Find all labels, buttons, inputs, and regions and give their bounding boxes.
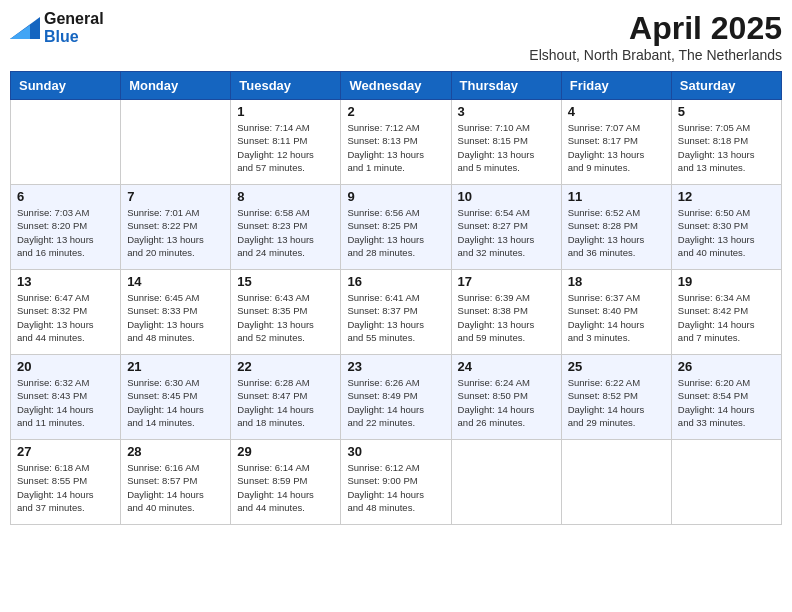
logo-icon bbox=[10, 17, 40, 39]
calendar-cell: 17Sunrise: 6:39 AM Sunset: 8:38 PM Dayli… bbox=[451, 270, 561, 355]
day-number: 3 bbox=[458, 104, 555, 119]
day-info: Sunrise: 7:05 AM Sunset: 8:18 PM Dayligh… bbox=[678, 121, 775, 174]
weekday-header: Saturday bbox=[671, 72, 781, 100]
calendar-cell: 21Sunrise: 6:30 AM Sunset: 8:45 PM Dayli… bbox=[121, 355, 231, 440]
day-number: 9 bbox=[347, 189, 444, 204]
day-info: Sunrise: 6:50 AM Sunset: 8:30 PM Dayligh… bbox=[678, 206, 775, 259]
day-number: 10 bbox=[458, 189, 555, 204]
calendar-cell bbox=[561, 440, 671, 525]
day-number: 15 bbox=[237, 274, 334, 289]
day-info: Sunrise: 6:32 AM Sunset: 8:43 PM Dayligh… bbox=[17, 376, 114, 429]
day-info: Sunrise: 7:03 AM Sunset: 8:20 PM Dayligh… bbox=[17, 206, 114, 259]
day-info: Sunrise: 6:39 AM Sunset: 8:38 PM Dayligh… bbox=[458, 291, 555, 344]
calendar-cell: 22Sunrise: 6:28 AM Sunset: 8:47 PM Dayli… bbox=[231, 355, 341, 440]
day-number: 6 bbox=[17, 189, 114, 204]
day-number: 7 bbox=[127, 189, 224, 204]
day-number: 14 bbox=[127, 274, 224, 289]
weekday-header: Friday bbox=[561, 72, 671, 100]
day-info: Sunrise: 6:54 AM Sunset: 8:27 PM Dayligh… bbox=[458, 206, 555, 259]
calendar-cell: 23Sunrise: 6:26 AM Sunset: 8:49 PM Dayli… bbox=[341, 355, 451, 440]
calendar-cell: 2Sunrise: 7:12 AM Sunset: 8:13 PM Daylig… bbox=[341, 100, 451, 185]
svg-marker-1 bbox=[10, 25, 30, 39]
day-number: 13 bbox=[17, 274, 114, 289]
calendar-cell: 16Sunrise: 6:41 AM Sunset: 8:37 PM Dayli… bbox=[341, 270, 451, 355]
calendar-cell: 15Sunrise: 6:43 AM Sunset: 8:35 PM Dayli… bbox=[231, 270, 341, 355]
day-info: Sunrise: 6:34 AM Sunset: 8:42 PM Dayligh… bbox=[678, 291, 775, 344]
location-subtitle: Elshout, North Brabant, The Netherlands bbox=[529, 47, 782, 63]
day-info: Sunrise: 7:10 AM Sunset: 8:15 PM Dayligh… bbox=[458, 121, 555, 174]
calendar-week-row: 6Sunrise: 7:03 AM Sunset: 8:20 PM Daylig… bbox=[11, 185, 782, 270]
calendar-cell: 27Sunrise: 6:18 AM Sunset: 8:55 PM Dayli… bbox=[11, 440, 121, 525]
month-title: April 2025 bbox=[529, 10, 782, 47]
day-number: 22 bbox=[237, 359, 334, 374]
header: General Blue April 2025 Elshout, North B… bbox=[10, 10, 782, 63]
day-number: 18 bbox=[568, 274, 665, 289]
day-info: Sunrise: 6:52 AM Sunset: 8:28 PM Dayligh… bbox=[568, 206, 665, 259]
day-info: Sunrise: 6:47 AM Sunset: 8:32 PM Dayligh… bbox=[17, 291, 114, 344]
calendar-cell: 20Sunrise: 6:32 AM Sunset: 8:43 PM Dayli… bbox=[11, 355, 121, 440]
calendar-cell: 14Sunrise: 6:45 AM Sunset: 8:33 PM Dayli… bbox=[121, 270, 231, 355]
calendar-cell: 3Sunrise: 7:10 AM Sunset: 8:15 PM Daylig… bbox=[451, 100, 561, 185]
calendar-cell bbox=[11, 100, 121, 185]
day-number: 27 bbox=[17, 444, 114, 459]
calendar-week-row: 13Sunrise: 6:47 AM Sunset: 8:32 PM Dayli… bbox=[11, 270, 782, 355]
day-info: Sunrise: 6:12 AM Sunset: 9:00 PM Dayligh… bbox=[347, 461, 444, 514]
day-number: 2 bbox=[347, 104, 444, 119]
day-info: Sunrise: 6:14 AM Sunset: 8:59 PM Dayligh… bbox=[237, 461, 334, 514]
calendar-cell: 1Sunrise: 7:14 AM Sunset: 8:11 PM Daylig… bbox=[231, 100, 341, 185]
calendar-cell: 8Sunrise: 6:58 AM Sunset: 8:23 PM Daylig… bbox=[231, 185, 341, 270]
day-info: Sunrise: 7:01 AM Sunset: 8:22 PM Dayligh… bbox=[127, 206, 224, 259]
calendar-cell: 26Sunrise: 6:20 AM Sunset: 8:54 PM Dayli… bbox=[671, 355, 781, 440]
day-number: 23 bbox=[347, 359, 444, 374]
day-info: Sunrise: 6:18 AM Sunset: 8:55 PM Dayligh… bbox=[17, 461, 114, 514]
day-number: 24 bbox=[458, 359, 555, 374]
day-info: Sunrise: 6:56 AM Sunset: 8:25 PM Dayligh… bbox=[347, 206, 444, 259]
calendar-week-row: 27Sunrise: 6:18 AM Sunset: 8:55 PM Dayli… bbox=[11, 440, 782, 525]
day-info: Sunrise: 6:45 AM Sunset: 8:33 PM Dayligh… bbox=[127, 291, 224, 344]
weekday-header-row: SundayMondayTuesdayWednesdayThursdayFrid… bbox=[11, 72, 782, 100]
calendar-cell: 18Sunrise: 6:37 AM Sunset: 8:40 PM Dayli… bbox=[561, 270, 671, 355]
day-info: Sunrise: 7:12 AM Sunset: 8:13 PM Dayligh… bbox=[347, 121, 444, 174]
day-info: Sunrise: 6:24 AM Sunset: 8:50 PM Dayligh… bbox=[458, 376, 555, 429]
logo-text: General Blue bbox=[44, 10, 104, 46]
day-number: 30 bbox=[347, 444, 444, 459]
calendar-cell: 24Sunrise: 6:24 AM Sunset: 8:50 PM Dayli… bbox=[451, 355, 561, 440]
calendar-week-row: 20Sunrise: 6:32 AM Sunset: 8:43 PM Dayli… bbox=[11, 355, 782, 440]
day-number: 25 bbox=[568, 359, 665, 374]
day-info: Sunrise: 6:16 AM Sunset: 8:57 PM Dayligh… bbox=[127, 461, 224, 514]
calendar-cell: 29Sunrise: 6:14 AM Sunset: 8:59 PM Dayli… bbox=[231, 440, 341, 525]
logo-general: General bbox=[44, 10, 104, 27]
day-info: Sunrise: 6:41 AM Sunset: 8:37 PM Dayligh… bbox=[347, 291, 444, 344]
day-number: 17 bbox=[458, 274, 555, 289]
day-number: 16 bbox=[347, 274, 444, 289]
logo-blue: Blue bbox=[44, 28, 79, 45]
day-number: 29 bbox=[237, 444, 334, 459]
calendar-cell: 7Sunrise: 7:01 AM Sunset: 8:22 PM Daylig… bbox=[121, 185, 231, 270]
day-info: Sunrise: 6:37 AM Sunset: 8:40 PM Dayligh… bbox=[568, 291, 665, 344]
calendar-cell: 28Sunrise: 6:16 AM Sunset: 8:57 PM Dayli… bbox=[121, 440, 231, 525]
calendar-week-row: 1Sunrise: 7:14 AM Sunset: 8:11 PM Daylig… bbox=[11, 100, 782, 185]
weekday-header: Wednesday bbox=[341, 72, 451, 100]
calendar-cell: 11Sunrise: 6:52 AM Sunset: 8:28 PM Dayli… bbox=[561, 185, 671, 270]
calendar-cell bbox=[121, 100, 231, 185]
day-number: 12 bbox=[678, 189, 775, 204]
calendar-cell: 4Sunrise: 7:07 AM Sunset: 8:17 PM Daylig… bbox=[561, 100, 671, 185]
calendar-cell: 9Sunrise: 6:56 AM Sunset: 8:25 PM Daylig… bbox=[341, 185, 451, 270]
day-number: 21 bbox=[127, 359, 224, 374]
calendar-cell: 19Sunrise: 6:34 AM Sunset: 8:42 PM Dayli… bbox=[671, 270, 781, 355]
day-info: Sunrise: 6:20 AM Sunset: 8:54 PM Dayligh… bbox=[678, 376, 775, 429]
calendar-cell: 30Sunrise: 6:12 AM Sunset: 9:00 PM Dayli… bbox=[341, 440, 451, 525]
day-number: 26 bbox=[678, 359, 775, 374]
calendar-cell: 25Sunrise: 6:22 AM Sunset: 8:52 PM Dayli… bbox=[561, 355, 671, 440]
day-number: 4 bbox=[568, 104, 665, 119]
day-number: 20 bbox=[17, 359, 114, 374]
calendar-cell: 10Sunrise: 6:54 AM Sunset: 8:27 PM Dayli… bbox=[451, 185, 561, 270]
calendar-cell bbox=[451, 440, 561, 525]
day-info: Sunrise: 6:26 AM Sunset: 8:49 PM Dayligh… bbox=[347, 376, 444, 429]
day-info: Sunrise: 6:22 AM Sunset: 8:52 PM Dayligh… bbox=[568, 376, 665, 429]
calendar-cell: 5Sunrise: 7:05 AM Sunset: 8:18 PM Daylig… bbox=[671, 100, 781, 185]
logo: General Blue bbox=[10, 10, 104, 46]
day-number: 11 bbox=[568, 189, 665, 204]
calendar-cell: 12Sunrise: 6:50 AM Sunset: 8:30 PM Dayli… bbox=[671, 185, 781, 270]
day-number: 28 bbox=[127, 444, 224, 459]
